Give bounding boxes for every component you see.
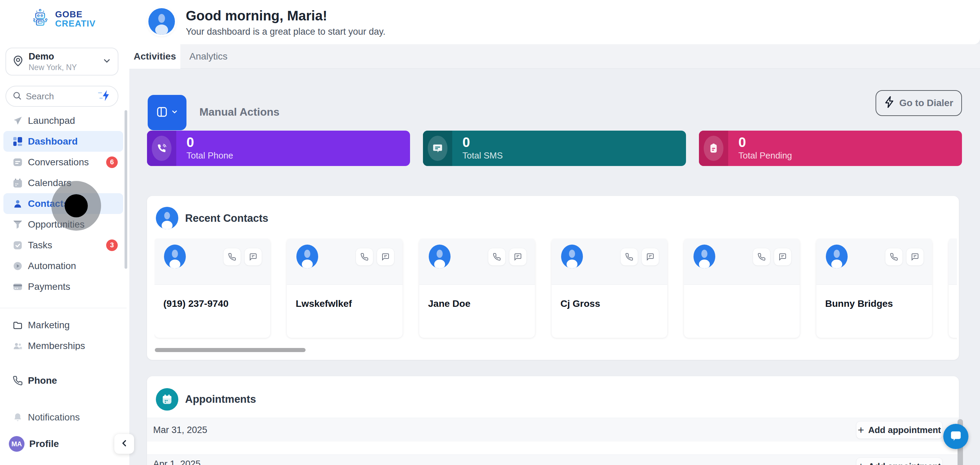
widget-layout-dropdown-button[interactable] [148, 95, 186, 130]
call-contact-button[interactable] [753, 248, 770, 266]
sidebar-divider [0, 308, 127, 308]
stat-accent-strip [699, 131, 728, 166]
contact-card[interactable]: Lwskefwlkef [287, 238, 402, 338]
appointments-title: Appointments [185, 393, 256, 405]
bell-icon [12, 412, 23, 423]
sidebar-item-label: Payments [28, 281, 70, 292]
quick-actions-bolt-icon[interactable] [97, 89, 111, 103]
sidebar: GOBE CREATIV Demo New York, NY [0, 0, 129, 465]
brand-name: GOBE CREATIV [55, 10, 95, 28]
stat-value: 0 [463, 135, 503, 150]
sidebar-collapse-button[interactable] [115, 434, 134, 454]
contact-card[interactable]: (919) 237-9740 [154, 238, 270, 338]
add-appointment-button[interactable]: + Add appointment [856, 421, 943, 439]
call-contact-button[interactable] [223, 248, 241, 266]
sidebar-item-memberships[interactable]: Memberships [3, 335, 123, 350]
sidebar-item-payments[interactable]: Payments [3, 276, 123, 297]
sms-icon [428, 136, 447, 161]
appointment-date: Mar 31, 2025 [153, 425, 207, 435]
contact-card-top [419, 238, 535, 285]
sidebar-item-label: Automation [28, 260, 76, 271]
contact-name: Bunny Bridges [825, 298, 893, 309]
sidebar-item-launchpad[interactable]: Launchpad [3, 110, 123, 131]
contacts-horizontal-scrollbar[interactable] [155, 348, 305, 352]
brand-line1: GOBE [55, 10, 95, 19]
contact-card[interactable] [684, 238, 800, 338]
chat-launcher-button[interactable] [943, 424, 969, 449]
recent-contacts-title: Recent Contacts [185, 212, 269, 224]
layout-icon [156, 106, 168, 119]
sidebar-item-profile[interactable]: MA Profile [3, 433, 123, 454]
message-contact-button[interactable] [509, 248, 527, 266]
payments-icon [12, 281, 23, 292]
sidebar-item-marketing[interactable]: Marketing [3, 315, 123, 335]
contact-card-top [949, 238, 957, 285]
sidebar-item-notifications[interactable]: Notifications [3, 407, 123, 428]
manual-actions-title: Manual Actions [199, 106, 279, 118]
message-contact-button[interactable] [774, 248, 791, 266]
appointment-date: Apr 1, 2025 [153, 459, 201, 465]
stat-card-total-sms: 0 Total SMS [423, 131, 686, 166]
sidebar-item-calendars[interactable]: Calendars [3, 173, 123, 193]
contact-avatar [561, 244, 583, 270]
call-contact-button[interactable] [356, 248, 373, 266]
sidebar-secondary-nav: Marketing Memberships [3, 315, 123, 350]
tasks-count-badge: 3 [106, 240, 118, 251]
location-selector[interactable]: Demo New York, NY [5, 48, 118, 76]
contact-card[interactable] [949, 238, 957, 338]
memberships-icon [12, 341, 23, 351]
dashboard-icon [12, 136, 23, 147]
call-contact-button[interactable] [620, 248, 638, 266]
stat-card-total-phone: 0 Total Phone [147, 131, 410, 166]
sidebar-item-contacts[interactable]: Contacts [3, 193, 123, 214]
sidebar-item-phone[interactable]: Phone [3, 370, 123, 391]
go-to-dialer-button[interactable]: Go to Dialer [875, 90, 962, 116]
message-contact-button[interactable] [906, 248, 924, 266]
brand-logo: GOBE CREATIV [33, 8, 95, 30]
contact-card[interactable]: Bunny Bridges [816, 238, 932, 338]
sidebar-item-opportunities[interactable]: Opportunities [3, 214, 123, 235]
call-contact-button[interactable] [885, 248, 903, 266]
contacts-icon [12, 198, 23, 209]
location-city: New York, NY [29, 63, 77, 72]
sidebar-item-tasks[interactable]: Tasks 3 [3, 235, 123, 256]
sidebar-item-dashboard[interactable]: Dashboard [3, 131, 123, 152]
location-name: Demo [29, 51, 77, 62]
add-appointment-label: Add appointment [868, 461, 941, 465]
sidebar-item-label: Notifications [28, 412, 80, 423]
contact-card-top [154, 238, 270, 285]
sidebar-item-automation[interactable]: Automation [3, 256, 123, 276]
sidebar-item-label: Launchpad [28, 115, 75, 126]
chevron-left-icon [119, 438, 129, 450]
dashboard-content: Manual Actions Go to Dialer 0 Total Phon… [129, 69, 980, 465]
contacts-section-icon [156, 207, 178, 229]
sidebar-item-conversations[interactable]: Conversations 6 [3, 152, 123, 173]
user-avatar [148, 8, 175, 35]
message-contact-button[interactable] [377, 248, 395, 266]
recent-contacts-row: (919) 237-9740 Lws [154, 238, 957, 341]
contact-card[interactable]: Cj Gross [552, 238, 667, 338]
add-appointment-button[interactable]: + Add appointment [856, 457, 943, 465]
appointment-day-row: Mar 31, 2025 + Add appointment [147, 418, 959, 441]
greeting-subtitle: Your dashboard is a great place to start… [186, 27, 385, 37]
sidebar-item-label: Opportunities [28, 219, 85, 230]
stat-label: Total Pending [738, 150, 792, 161]
tasks-icon [12, 240, 23, 251]
message-contact-button[interactable] [641, 248, 659, 266]
tab-activities[interactable]: Activities [129, 44, 180, 69]
automation-icon [12, 260, 23, 271]
search-input[interactable] [26, 91, 97, 102]
contact-name: (919) 237-9740 [163, 298, 228, 309]
tab-analytics[interactable]: Analytics [180, 44, 237, 69]
brand-line2: CREATIV [55, 19, 95, 28]
sidebar-scrollbar[interactable] [124, 110, 127, 269]
chevron-down-icon [102, 56, 111, 67]
contact-card[interactable]: Jane Doe [419, 238, 535, 338]
stat-accent-strip [147, 131, 176, 166]
launchpad-icon [12, 115, 23, 126]
contact-card-top [816, 238, 932, 285]
message-contact-button[interactable] [244, 248, 262, 266]
pending-icon [704, 136, 724, 161]
contact-name: Lwskefwlkef [296, 298, 352, 309]
call-contact-button[interactable] [488, 248, 506, 266]
